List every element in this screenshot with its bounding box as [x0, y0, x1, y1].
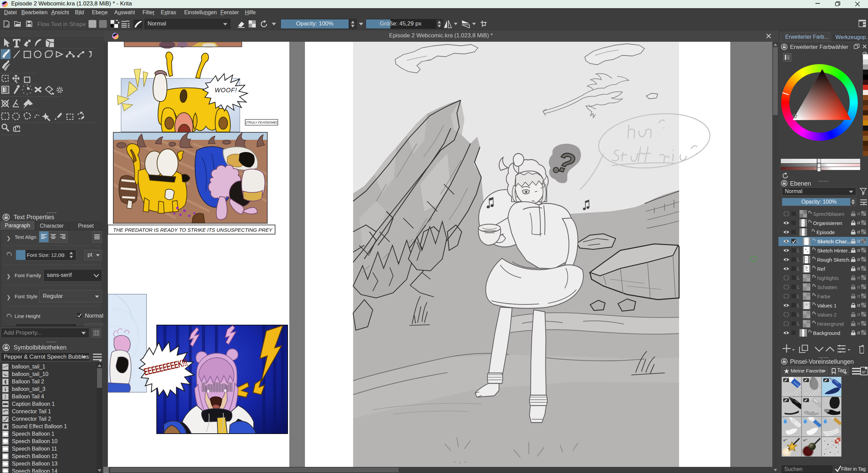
- svg-text:THE PREDATOR IS READY TO STRIK: THE PREDATOR IS READY TO STRIKE ITS UNSU…: [113, 227, 273, 233]
